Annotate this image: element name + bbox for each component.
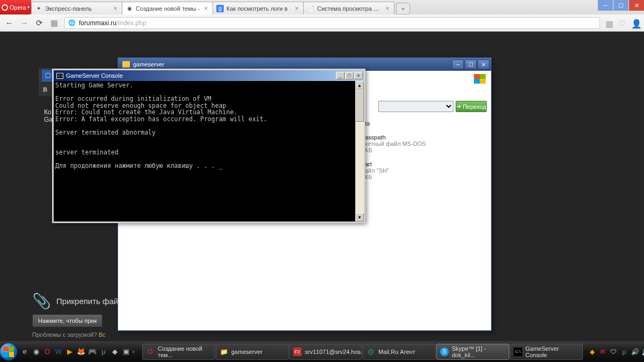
tab-logs[interactable]: 📄Система просмотра лог× bbox=[303, 2, 394, 14]
minimize-button[interactable]: ─ bbox=[598, 0, 613, 11]
scrollbar[interactable]: ▲ ▼ bbox=[355, 81, 364, 221]
taskbar-buttons: OСоздание новой тем... 📁gameserver Fzsrv… bbox=[141, 341, 584, 362]
utorrent-icon[interactable]: μ bbox=[98, 344, 109, 359]
close-icon[interactable]: × bbox=[203, 5, 209, 12]
taskbar: e ◉ O W ▶ 🦊 🎮 μ ◆ ▣ » OСоздание новой те… bbox=[0, 341, 644, 362]
maximize-button[interactable]: ☐ bbox=[613, 0, 628, 11]
close-icon[interactable]: × bbox=[112, 5, 119, 12]
scroll-thumb[interactable] bbox=[355, 90, 364, 122]
close-icon[interactable]: × bbox=[384, 5, 391, 12]
list-item[interactable]: art айл "SH" КБ bbox=[365, 161, 426, 180]
task-explorer[interactable]: 📁gameserver bbox=[216, 344, 289, 360]
media-icon[interactable]: ▶ bbox=[64, 344, 75, 359]
url-field[interactable]: 🌐 forummaxi.ru/index.php bbox=[64, 17, 600, 29]
tab-forum[interactable]: ◉Создание новой темы - × bbox=[122, 2, 213, 14]
chrome-icon[interactable]: ◉ bbox=[31, 344, 41, 359]
cmd-icon: C:\ bbox=[56, 73, 63, 79]
expand-icon[interactable]: » bbox=[132, 344, 138, 359]
folder-icon: 📁 bbox=[219, 348, 228, 356]
attach-button[interactable]: Нажмите, чтобы прик bbox=[32, 314, 103, 327]
ie-icon[interactable]: e bbox=[19, 344, 30, 359]
task-console[interactable]: C:\GameServer Console bbox=[510, 344, 583, 360]
url-path: /index.php bbox=[116, 19, 146, 27]
reload-button[interactable]: ⟳ bbox=[34, 18, 44, 28]
opera-icon[interactable]: O bbox=[42, 344, 53, 359]
favicon-icon: 📄 bbox=[307, 5, 314, 12]
paperclip-icon: 📎 bbox=[32, 292, 51, 310]
windows-logo-icon bbox=[0, 343, 17, 360]
task-opera[interactable]: OСоздание новой тем... bbox=[142, 344, 215, 360]
new-tab-button[interactable]: + bbox=[396, 3, 410, 14]
quick-launch: e ◉ O W ▶ 🦊 🎮 μ ◆ ▣ » bbox=[17, 344, 141, 359]
word-icon[interactable]: W bbox=[53, 344, 64, 359]
list-item[interactable]: ta bbox=[365, 120, 426, 127]
mailru-icon: @ bbox=[367, 348, 375, 356]
scroll-up-icon[interactable]: ▲ bbox=[355, 81, 364, 90]
explorer-title-text: gameserver bbox=[133, 61, 164, 68]
favicon-icon: ✦ bbox=[35, 5, 42, 12]
windows-logo-icon bbox=[474, 74, 486, 84]
file-list: ta asspath кетный файл MS-DOS КБ art айл… bbox=[365, 120, 426, 188]
console-window: C:\ GameServer Console _ □ × Starting Ga… bbox=[52, 69, 365, 223]
tray-icon[interactable]: 🛡 bbox=[609, 348, 618, 356]
maximize-button[interactable]: ☐ bbox=[465, 60, 477, 69]
forward-button[interactable]: → bbox=[19, 18, 29, 28]
close-button[interactable]: × bbox=[354, 72, 363, 79]
attach-help: Проблемы с загрузкой? Вс bbox=[32, 331, 537, 338]
game-icon[interactable]: 🎮 bbox=[87, 344, 98, 359]
heart-icon[interactable]: ♡ bbox=[618, 19, 627, 27]
grid-icon[interactable]: ▦ bbox=[605, 19, 614, 27]
opera-icon: O bbox=[146, 348, 155, 356]
browser-tabs: ✦Экспресс-панель× ◉Создание новой темы -… bbox=[31, 0, 598, 14]
close-button[interactable]: ✕ bbox=[478, 60, 489, 69]
folder-icon bbox=[122, 61, 130, 68]
app-icon[interactable]: ▣ bbox=[121, 344, 131, 359]
back-button[interactable]: ← bbox=[4, 18, 14, 28]
go-button[interactable]: ➜ Переход bbox=[456, 101, 487, 112]
tab-express-panel[interactable]: ✦Экспресс-панель× bbox=[31, 2, 122, 14]
console-output[interactable]: Starting Game Server. Error occurred dur… bbox=[54, 81, 355, 221]
tray-icon[interactable]: ◆ bbox=[588, 348, 596, 356]
window-controls: ─ ☐ ✕ bbox=[598, 0, 644, 11]
browser-titlebar: Opera ▾ ✦Экспресс-панель× ◉Создание ново… bbox=[0, 0, 644, 14]
close-icon[interactable]: × bbox=[294, 5, 300, 12]
tray-icon[interactable]: ✉ bbox=[598, 348, 607, 356]
tray-icon[interactable]: 🔊 bbox=[631, 348, 639, 356]
console-titlebar[interactable]: C:\ GameServer Console _ □ × bbox=[54, 70, 364, 81]
favicon-icon: ◉ bbox=[126, 5, 133, 12]
content-label: Ко Ga bbox=[44, 108, 53, 123]
address-bar: ← → ⟳ ▦ 🌐 forummaxi.ru/index.php ▦ ♡ 👤 bbox=[0, 14, 644, 32]
skype-icon: S bbox=[440, 348, 449, 356]
tray-icon[interactable]: μ bbox=[620, 348, 628, 356]
minimize-button[interactable]: _ bbox=[336, 72, 345, 79]
favicon-icon: g bbox=[216, 5, 224, 12]
opera-label: Opera bbox=[10, 4, 26, 11]
maximize-button[interactable]: □ bbox=[345, 72, 354, 79]
system-tray: ◆ ✉ 🛡 μ 🔊 💻 S ⚙ ▴ bbox=[584, 348, 644, 356]
opera-logo-icon bbox=[2, 4, 8, 11]
firefox-icon[interactable]: 🦊 bbox=[76, 344, 86, 359]
tray-icon[interactable]: 💻 bbox=[641, 348, 644, 356]
task-mailru[interactable]: @Mail.Ru Агент bbox=[363, 344, 436, 360]
app-icon[interactable]: ◆ bbox=[109, 344, 120, 359]
list-item[interactable]: asspath кетный файл MS-DOS КБ bbox=[365, 134, 426, 153]
address-select[interactable] bbox=[378, 101, 453, 112]
cmd-icon: C:\ bbox=[514, 348, 522, 356]
help-link[interactable]: Вс bbox=[99, 331, 106, 338]
task-skype[interactable]: SSkype™ [1] - dok_kil... bbox=[436, 344, 509, 360]
filezilla-icon: Fz bbox=[293, 348, 302, 356]
opera-menu-button[interactable]: Opera ▾ bbox=[0, 0, 31, 14]
task-filezilla[interactable]: Fzsrv11071@srv24.hos... bbox=[289, 344, 362, 360]
url-domain: forummaxi.ru bbox=[79, 19, 116, 27]
start-button[interactable] bbox=[0, 341, 17, 362]
close-button[interactable]: ✕ bbox=[629, 0, 644, 11]
console-title-text: GameServer Console bbox=[66, 72, 123, 79]
bold-button[interactable]: B bbox=[43, 86, 47, 94]
globe-icon: 🌐 bbox=[68, 19, 76, 27]
tab-google[interactable]: gКак посмотреть логи в× bbox=[213, 2, 304, 14]
explorer-address: ➜ Переход bbox=[378, 101, 487, 112]
user-icon[interactable]: 👤 bbox=[631, 19, 640, 27]
scroll-down-icon[interactable]: ▼ bbox=[355, 213, 364, 221]
apps-icon[interactable]: ▦ bbox=[49, 18, 59, 28]
minimize-button[interactable]: ─ bbox=[452, 60, 464, 69]
